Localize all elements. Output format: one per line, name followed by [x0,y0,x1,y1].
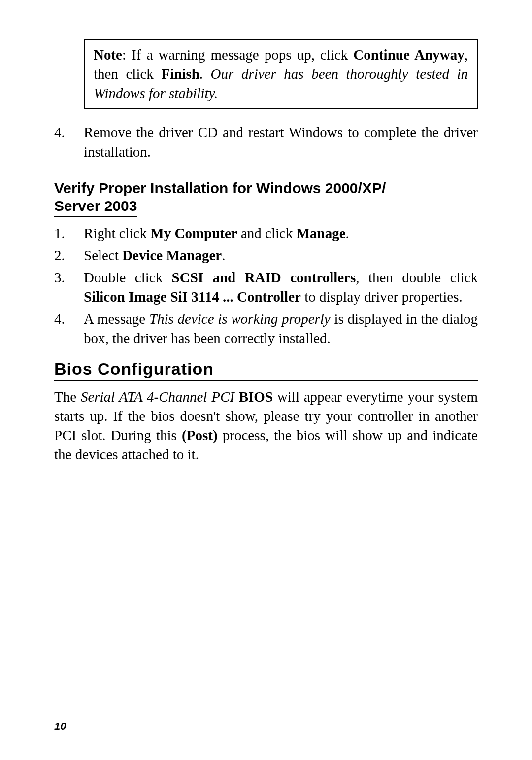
list-body: Right click My Computer and click Manage… [84,224,478,243]
list-number: 3. [54,268,84,307]
list-number: 2. [54,246,84,265]
note-text-1: : If a warning message pops up, click [122,47,353,63]
list-item: 4.A message This device is working prope… [54,310,478,348]
note-bold-1: Continue Anyway [353,47,464,63]
note-text-3: . [200,66,211,82]
list-number: 4. [54,310,84,348]
section-heading-bios: Bios Configuration [54,359,478,381]
text-segment: Device Manager [122,247,222,263]
text-segment: This device is working properly [149,311,331,327]
heading-line-1: Verify Proper Installation for Windows 2… [54,179,478,197]
note-box: Note: If a warning message pops up, clic… [84,39,478,109]
page-number: 10 [54,720,66,733]
text-segment: A message [84,311,149,327]
text-segment [234,389,239,405]
text-segment: (Post) [182,427,217,443]
text-segment: . [346,225,349,241]
text-segment: BIOS [239,389,273,405]
list-item: 1.Right click My Computer and click Mana… [54,224,478,243]
text-segment: Double click [84,270,172,285]
text-segment: My Computer [150,225,237,241]
text-segment: Serial ATA 4-Channel PCI [81,389,234,405]
list-body: Select Device Manager. [84,246,478,265]
list-number: 1. [54,224,84,243]
text-segment: to display driver properties. [301,289,463,305]
text-segment: , then double click [356,270,478,285]
text-segment: The [54,389,81,405]
text-segment: SCSI and RAID controllers [172,270,356,285]
section-heading-verify: Verify Proper Installation for Windows 2… [54,179,478,217]
list-body: Double click SCSI and RAID controllers, … [84,268,478,307]
text-segment: Select [84,247,122,263]
text-segment: Manage [297,225,346,241]
list-item: 2.Select Device Manager. [54,246,478,265]
list-body: A message This device is working properl… [84,310,478,348]
note-prefix: Note [94,47,122,63]
list-body: Remove the driver CD and restart Windows… [84,123,478,161]
note-bold-2: Finish [161,66,199,82]
text-segment: Right click [84,225,150,241]
text-segment: and click [237,225,297,241]
text-segment: . [222,247,225,263]
list-item: 3.Double click SCSI and RAID controllers… [54,268,478,307]
list-number: 4. [54,123,84,161]
list-item: 4. Remove the driver CD and restart Wind… [54,123,478,161]
bios-paragraph: The Serial ATA 4-Channel PCI BIOS will a… [54,387,478,465]
text-segment: Silicon Image SiI 3114 ... Controller [84,289,301,305]
verify-steps-list: 1.Right click My Computer and click Mana… [54,224,478,348]
heading-line-2: Server 2003 [54,197,137,217]
